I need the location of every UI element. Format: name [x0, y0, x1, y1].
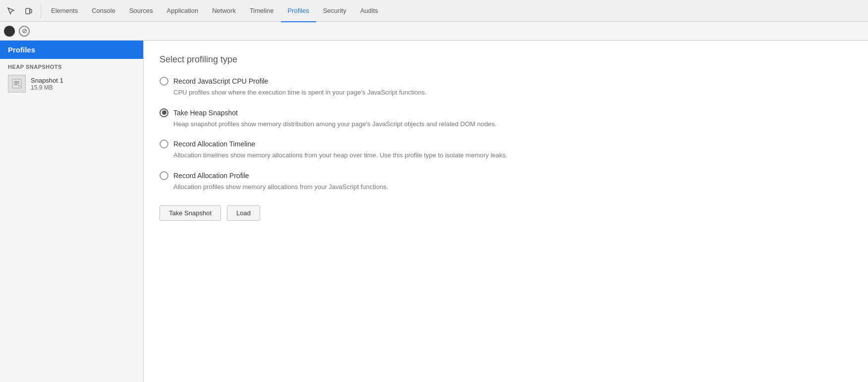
radio-row-alloc-timeline[interactable]: Record Allocation Timeline: [160, 140, 852, 148]
radio-alloc-timeline[interactable]: [160, 140, 168, 148]
radio-cpu[interactable]: [160, 77, 168, 86]
toolbar-icons: [4, 4, 41, 18]
tab-security[interactable]: Security: [316, 0, 353, 22]
profile-option-alloc-timeline: Record Allocation Timeline Allocation ti…: [160, 140, 852, 160]
option-title-alloc-profile: Record Allocation Profile: [173, 172, 249, 180]
snapshot-icon: %: [8, 75, 26, 93]
clear-button[interactable]: ⊘: [19, 26, 30, 37]
device-mode-button[interactable]: [22, 4, 36, 18]
record-button[interactable]: [4, 26, 15, 37]
action-buttons: Take Snapshot Load: [160, 205, 852, 221]
heap-snapshots-label: HEAP SNAPSHOTS: [0, 59, 143, 72]
option-desc-cpu: CPU profiles show where the execution ti…: [173, 88, 852, 97]
sidebar-header: Profiles: [0, 41, 143, 59]
select-element-button[interactable]: [4, 4, 18, 18]
snapshot-item[interactable]: % Snapshot 1 15.9 MB: [0, 72, 143, 96]
tab-application[interactable]: Application: [160, 0, 206, 22]
take-snapshot-button[interactable]: Take Snapshot: [160, 205, 221, 221]
profile-option-alloc-profile: Record Allocation Profile Allocation pro…: [160, 171, 852, 192]
tab-audits[interactable]: Audits: [353, 0, 385, 22]
profile-option-cpu: Record JavaScript CPU Profile CPU profil…: [160, 77, 852, 97]
option-desc-heap: Heap snapshot profiles show memory distr…: [173, 119, 852, 129]
option-title-heap: Take Heap Snapshot: [173, 109, 238, 117]
radio-heap[interactable]: [160, 108, 168, 117]
nav-tabs: Elements Console Sources Application Net…: [44, 0, 385, 21]
main-layout: Profiles HEAP SNAPSHOTS % Snapshot 1 15.…: [0, 41, 868, 382]
main-content: Select profiling type Record JavaScript …: [144, 41, 868, 382]
radio-alloc-profile[interactable]: [160, 171, 168, 180]
snapshot-name: Snapshot 1: [31, 77, 63, 84]
radio-row-alloc-profile[interactable]: Record Allocation Profile: [160, 171, 852, 180]
tab-elements[interactable]: Elements: [44, 0, 85, 22]
tab-console[interactable]: Console: [85, 0, 122, 22]
top-toolbar: Elements Console Sources Application Net…: [0, 0, 868, 22]
section-title: Select profiling type: [160, 54, 852, 65]
option-title-alloc-timeline: Record Allocation Timeline: [173, 140, 255, 148]
option-title-cpu: Record JavaScript CPU Profile: [173, 77, 268, 85]
tab-network[interactable]: Network: [205, 0, 243, 22]
snapshot-info: Snapshot 1 15.9 MB: [31, 77, 63, 91]
snapshot-size: 15.9 MB: [31, 84, 63, 91]
tab-profiles[interactable]: Profiles: [281, 0, 316, 22]
radio-row-cpu[interactable]: Record JavaScript CPU Profile: [160, 77, 852, 86]
svg-text:%: %: [18, 84, 20, 87]
svg-rect-1: [30, 9, 32, 13]
load-button[interactable]: Load: [227, 205, 260, 221]
tab-timeline[interactable]: Timeline: [243, 0, 281, 22]
radio-row-heap[interactable]: Take Heap Snapshot: [160, 108, 852, 117]
svg-rect-0: [26, 8, 30, 14]
sidebar: Profiles HEAP SNAPSHOTS % Snapshot 1 15.…: [0, 41, 144, 382]
option-desc-alloc-profile: Allocation profiles show memory allocati…: [173, 182, 852, 192]
tab-sources[interactable]: Sources: [122, 0, 160, 22]
option-desc-alloc-timeline: Allocation timelines show memory allocat…: [173, 150, 852, 160]
profile-option-heap: Take Heap Snapshot Heap snapshot profile…: [160, 108, 852, 129]
second-toolbar: ⊘: [0, 22, 868, 41]
